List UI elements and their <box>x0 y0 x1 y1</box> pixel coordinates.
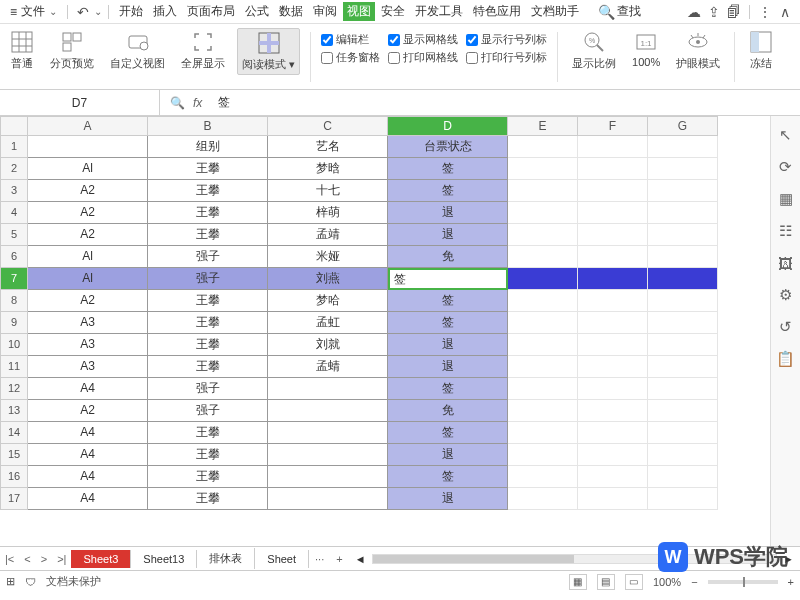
zoom-100-button[interactable]: 1:1 100% <box>628 28 664 70</box>
name-box[interactable]: D7 <box>0 90 160 115</box>
cell[interactable] <box>578 268 648 290</box>
cell[interactable] <box>648 356 718 378</box>
cell[interactable] <box>648 312 718 334</box>
cell[interactable] <box>648 466 718 488</box>
cell[interactable] <box>648 136 718 158</box>
cell[interactable]: 免 <box>388 246 508 268</box>
formula-input[interactable]: 签 <box>212 94 800 111</box>
cursor-icon[interactable]: ↖ <box>777 126 795 144</box>
chk-editbar[interactable]: 编辑栏 <box>321 32 380 47</box>
tab-devtools[interactable]: 开发工具 <box>411 3 467 20</box>
zoom-ratio-button[interactable]: % 显示比例 <box>568 28 620 73</box>
row-header[interactable]: 12 <box>0 378 28 400</box>
cell[interactable] <box>268 444 388 466</box>
cell[interactable]: 签 <box>388 312 508 334</box>
tab-dochelper[interactable]: 文档助手 <box>527 3 583 20</box>
cell[interactable] <box>648 422 718 444</box>
cell[interactable]: A4 <box>28 444 148 466</box>
settings-icon[interactable]: ⚙ <box>777 286 795 304</box>
cell[interactable]: A4 <box>28 488 148 510</box>
refresh-icon[interactable]: ⟳ <box>777 158 795 176</box>
cell[interactable] <box>648 246 718 268</box>
cell[interactable]: A3 <box>28 356 148 378</box>
cell[interactable]: 签 <box>388 378 508 400</box>
cell[interactable] <box>578 466 648 488</box>
cell[interactable]: A4 <box>28 466 148 488</box>
cell[interactable]: 王攀 <box>148 180 268 202</box>
history-icon[interactable]: 🗐 <box>725 3 743 21</box>
scroll-left-icon[interactable]: ◄ <box>355 553 366 565</box>
cell[interactable] <box>578 312 648 334</box>
cell[interactable]: 孟靖 <box>268 224 388 246</box>
cell[interactable]: 王攀 <box>148 488 268 510</box>
view-mode-1[interactable]: ▦ <box>569 574 587 590</box>
zoom-slider[interactable] <box>708 580 778 584</box>
cell[interactable] <box>578 158 648 180</box>
cell[interactable] <box>648 334 718 356</box>
row-header[interactable]: 8 <box>0 290 28 312</box>
cell[interactable]: 王攀 <box>148 422 268 444</box>
col-header[interactable]: A <box>28 116 148 136</box>
tab-view[interactable]: 视图 <box>343 2 375 21</box>
cell[interactable] <box>648 268 718 290</box>
cell[interactable]: 孟蜻 <box>268 356 388 378</box>
sheet-prev-icon[interactable]: < <box>19 553 35 565</box>
row-header[interactable]: 9 <box>0 312 28 334</box>
cell[interactable] <box>268 378 388 400</box>
add-sheet-icon[interactable]: + <box>330 553 348 565</box>
row-header[interactable]: 13 <box>0 400 28 422</box>
cell[interactable]: A3 <box>28 312 148 334</box>
row-header[interactable]: 16 <box>0 466 28 488</box>
cell[interactable] <box>268 400 388 422</box>
cell[interactable] <box>648 224 718 246</box>
search-label[interactable]: 查找 <box>617 3 641 20</box>
cell[interactable] <box>648 158 718 180</box>
cell[interactable]: 梦晗 <box>268 158 388 180</box>
cell[interactable] <box>578 422 648 444</box>
cell[interactable]: Al <box>28 246 148 268</box>
cell[interactable]: 王攀 <box>148 290 268 312</box>
cell[interactable]: 签 <box>388 422 508 444</box>
cell[interactable]: 米娅 <box>268 246 388 268</box>
cell[interactable] <box>508 488 578 510</box>
sheet-tab[interactable]: Sheet3 <box>71 550 131 568</box>
row-header[interactable]: 3 <box>0 180 28 202</box>
cell[interactable]: 退 <box>388 334 508 356</box>
cell[interactable] <box>508 378 578 400</box>
cell[interactable]: 王攀 <box>148 356 268 378</box>
sheet-first-icon[interactable]: |< <box>0 553 19 565</box>
row-header[interactable]: 7 <box>0 268 28 290</box>
share-icon[interactable]: ⇪ <box>705 3 723 21</box>
cell[interactable]: 王攀 <box>148 466 268 488</box>
cell[interactable]: 组别 <box>148 136 268 158</box>
cell[interactable] <box>268 422 388 444</box>
sheet-tab[interactable]: 排休表 <box>197 548 255 569</box>
tab-insert[interactable]: 插入 <box>149 3 181 20</box>
cell[interactable] <box>268 466 388 488</box>
scroll-right-icon[interactable]: ► <box>783 553 794 565</box>
tab-pagelayout[interactable]: 页面布局 <box>183 3 239 20</box>
cell[interactable]: 王攀 <box>148 334 268 356</box>
cell[interactable]: 王攀 <box>148 202 268 224</box>
cell[interactable] <box>578 378 648 400</box>
tab-security[interactable]: 安全 <box>377 3 409 20</box>
cell[interactable]: 孟虹 <box>268 312 388 334</box>
col-header[interactable]: D <box>388 116 508 136</box>
view-normal-button[interactable]: 普通 <box>6 28 38 73</box>
cell[interactable] <box>28 136 148 158</box>
cell[interactable]: A2 <box>28 224 148 246</box>
freeze-panes-button[interactable]: 冻结 <box>745 28 777 73</box>
eye-protect-button[interactable]: 护眼模式 <box>672 28 724 73</box>
cell[interactable]: 王攀 <box>148 444 268 466</box>
image-icon[interactable]: 🖼 <box>777 254 795 272</box>
cell[interactable]: 免 <box>388 400 508 422</box>
cell[interactable] <box>578 356 648 378</box>
search-icon[interactable]: 🔍 <box>597 3 615 21</box>
cell[interactable] <box>508 268 578 290</box>
view-custom-button[interactable]: 自定义视图 <box>106 28 169 73</box>
cell[interactable] <box>648 488 718 510</box>
more-sheets-icon[interactable]: ··· <box>309 553 330 565</box>
view-mode-2[interactable]: ▤ <box>597 574 615 590</box>
cell[interactable] <box>508 422 578 444</box>
collapse-icon[interactable]: ∧ <box>776 3 794 21</box>
